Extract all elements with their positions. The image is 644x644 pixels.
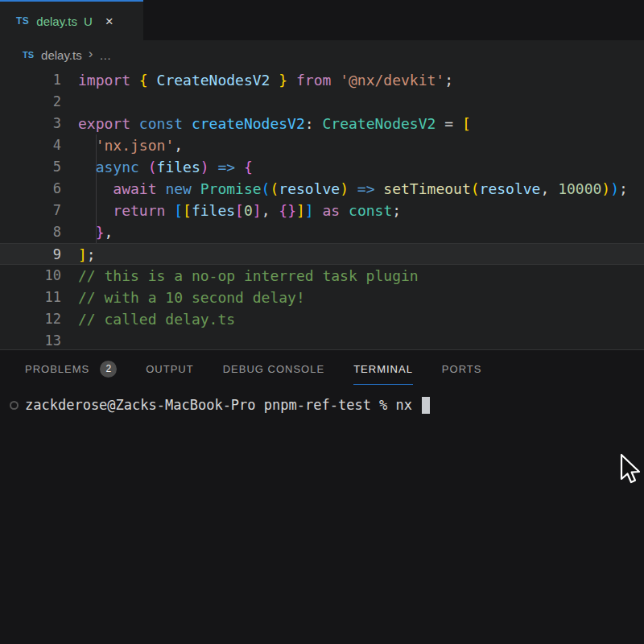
code-editor[interactable]: 1import { CreateNodesV2 } from '@nx/devk… [0,69,644,349]
editor-tab-bar: TS delay.ts U × [0,0,644,40]
code-line[interactable]: 7 return [[files[0], {}]] as const; [0,200,644,221]
code-line[interactable]: 3export const createNodesV2: CreateNodes… [0,113,644,134]
code-text: 'nx.json', [78,134,183,156]
code-line[interactable]: 4 'nx.json', [0,134,644,156]
terminal[interactable]: zackderose@Zacks-MacBook-Pro pnpm-ref-te… [10,395,644,415]
tab-delay-ts[interactable]: TS delay.ts U × [0,0,143,40]
panel-tab-label: TERMINAL [353,353,413,385]
code-text: return [[files[0], {}]] as const; [78,200,401,221]
git-untracked-badge: U [84,14,93,28]
problems-count-badge: 2 [100,361,117,378]
line-number[interactable]: 2 [0,91,61,113]
panel-tab-debug-console[interactable]: DEBUG CONSOLE [223,350,324,387]
panel-tab-terminal[interactable]: TERMINAL [353,350,413,387]
code-text: // this is a no-op interred task plugin [78,265,419,287]
code-text: ]; [78,244,96,264]
line-number[interactable]: 3 [0,113,61,134]
terminal-prompt: zackderose@Zacks-MacBook-Pro pnpm-ref-te… [25,397,420,413]
panel-tab-label: PROBLEMS [25,353,89,385]
code-text: // called delay.ts [78,308,235,330]
panel-tab-label: DEBUG CONSOLE [223,353,324,385]
panel-tab-problems[interactable]: PROBLEMS2 [25,350,117,387]
chevron-right-icon: › [89,46,93,62]
typescript-file-icon: TS [16,15,29,27]
code-line[interactable]: 9]; [0,243,644,265]
breadcrumb-ellipsis[interactable]: … [99,48,112,62]
close-icon[interactable]: × [105,14,114,28]
code-line[interactable]: 11// with a 10 second delay! [0,287,644,308]
typescript-file-icon: TS [23,50,34,60]
terminal-cursor [422,397,430,414]
breadcrumb: TS delay.ts › … [0,40,644,69]
code-line[interactable]: 8 }, [0,221,644,243]
panel-tab-output[interactable]: OUTPUT [146,350,193,387]
code-line[interactable]: 13 [0,330,644,349]
line-number[interactable]: 5 [0,156,61,178]
code-line[interactable]: 10// this is a no-op interred task plugi… [0,265,644,287]
code-text: import { CreateNodesV2 } from '@nx/devki… [78,69,453,91]
line-number[interactable]: 7 [0,200,61,221]
code-text: }, [78,221,113,243]
panel-tab-label: PORTS [442,353,482,385]
panel-tab-label: OUTPUT [146,353,193,385]
line-number[interactable]: 10 [0,265,61,287]
bottom-panel: PROBLEMS2OUTPUTDEBUG CONSOLETERMINALPORT… [0,349,644,644]
panel-tab-ports[interactable]: PORTS [442,350,482,387]
code-line[interactable]: 1import { CreateNodesV2 } from '@nx/devk… [0,69,644,91]
command-decoration-icon [10,401,19,410]
code-text: export const createNodesV2: CreateNodesV… [78,113,471,134]
code-line[interactable]: 12// called delay.ts [0,308,644,330]
code-text: async (files) => { [78,156,253,178]
code-line[interactable]: 2 [0,91,644,113]
code-line[interactable]: 5 async (files) => { [0,156,644,178]
line-number[interactable]: 11 [0,287,61,308]
line-number[interactable]: 1 [0,69,61,91]
code-text: // with a 10 second delay! [78,287,305,308]
line-number[interactable]: 9 [0,244,61,264]
vscode-window: TS delay.ts U × TS delay.ts › … 1import … [0,0,644,644]
line-number[interactable]: 6 [0,178,61,200]
code-text: await new Promise((resolve) => setTimeou… [78,178,628,200]
line-number[interactable]: 12 [0,308,61,330]
breadcrumb-file[interactable]: delay.ts [41,48,82,62]
panel-tab-bar: PROBLEMS2OUTPUTDEBUG CONSOLETERMINALPORT… [0,350,644,387]
line-number[interactable]: 8 [0,221,61,243]
tab-title: delay.ts [36,14,77,28]
code-line[interactable]: 6 await new Promise((resolve) => setTime… [0,178,644,200]
line-number[interactable]: 13 [0,330,61,349]
line-number[interactable]: 4 [0,134,61,156]
